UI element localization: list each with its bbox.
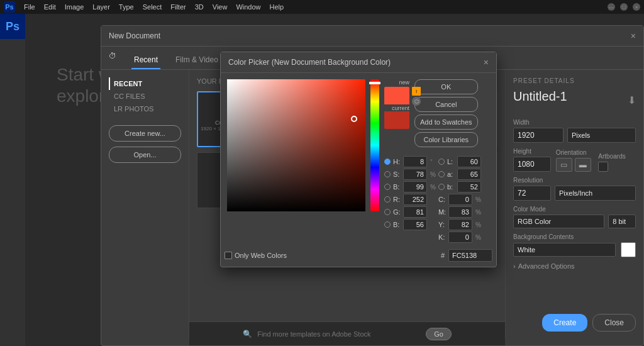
resolution-label: Resolution bbox=[513, 177, 636, 184]
maximize-button[interactable]: □ bbox=[620, 3, 628, 11]
create-new-button[interactable]: Create new... bbox=[109, 125, 181, 142]
height-field-group: Height bbox=[513, 148, 551, 172]
hue-radio[interactable] bbox=[384, 159, 391, 165]
width-unit-select[interactable]: Pixels bbox=[567, 128, 636, 143]
resolution-input[interactable] bbox=[513, 186, 551, 201]
create-button[interactable]: Create bbox=[542, 314, 587, 332]
chevron-right-icon: › bbox=[513, 262, 516, 270]
hue-slider[interactable] bbox=[370, 79, 379, 211]
black-gradient bbox=[227, 79, 365, 211]
menu-help[interactable]: Help bbox=[270, 3, 284, 11]
web-safe-warning-icon[interactable]: ⬡ bbox=[412, 97, 421, 106]
color-picker-title: Color Picker (New Document Background Co… bbox=[228, 58, 391, 67]
blue-row: B: bbox=[384, 219, 436, 230]
a-label: a: bbox=[447, 170, 455, 178]
go-button[interactable]: Go bbox=[426, 328, 452, 340]
menu-layer[interactable]: Layer bbox=[92, 3, 110, 11]
minimize-button[interactable]: — bbox=[608, 3, 615, 11]
find-templates-input[interactable] bbox=[257, 330, 421, 338]
red-label: R: bbox=[393, 196, 401, 203]
new-document-close[interactable]: × bbox=[631, 31, 636, 41]
sidebar: RECENT CC FILES LR PHOTOS Create new... … bbox=[101, 70, 189, 339]
y-input[interactable] bbox=[448, 219, 472, 230]
green-radio[interactable] bbox=[384, 209, 391, 215]
green-row: G: bbox=[384, 206, 436, 218]
window-controls: — □ × bbox=[608, 3, 640, 11]
tab-recent[interactable]: Recent bbox=[131, 52, 160, 69]
sidebar-section-nav: RECENT CC FILES LR PHOTOS bbox=[109, 77, 181, 115]
tab-film-video[interactable]: Film & Video bbox=[173, 52, 221, 69]
color-depth-select[interactable]: 8 bit bbox=[608, 215, 636, 228]
preset-label: PRESET DETAILS bbox=[513, 77, 636, 84]
artboards-checkbox[interactable] bbox=[598, 162, 608, 172]
hue-input[interactable] bbox=[403, 156, 427, 167]
color-picker-buttons: OK Cancel Add to Swatches Color Librarie… bbox=[414, 79, 478, 147]
brightness-radio[interactable] bbox=[384, 184, 391, 190]
red-input[interactable] bbox=[403, 194, 427, 205]
resolution-unit-select[interactable]: Pixels/Inch bbox=[555, 186, 636, 201]
find-templates-bar: 🔍 Go bbox=[189, 321, 505, 345]
only-web-colors-checkbox[interactable] bbox=[225, 252, 232, 259]
k-pct: % bbox=[475, 234, 481, 241]
menu-3d[interactable]: 3D bbox=[195, 3, 204, 11]
open-button[interactable]: Open... bbox=[109, 147, 181, 163]
hsb-column: H: ° S: % bbox=[384, 156, 436, 243]
sidebar-item-cc-files[interactable]: CC FILES bbox=[109, 90, 181, 103]
ps-logo: Ps bbox=[0, 14, 25, 39]
blue-radio[interactable] bbox=[384, 221, 391, 228]
b-lab-row: b: bbox=[438, 181, 481, 193]
new-document-header: New Document × bbox=[101, 26, 643, 47]
portrait-button[interactable]: ▭ bbox=[556, 158, 572, 172]
bg-color-swatch[interactable] bbox=[621, 242, 636, 257]
k-input[interactable] bbox=[448, 232, 472, 243]
color-picker-close[interactable]: × bbox=[484, 57, 489, 67]
saturation-cursor bbox=[351, 116, 357, 122]
sidebar-item-lr-photos[interactable]: LR PHOTOS bbox=[109, 103, 181, 115]
blue-input[interactable] bbox=[403, 219, 427, 230]
advanced-options-toggle[interactable]: › Advanced Options bbox=[513, 262, 636, 270]
l-input[interactable] bbox=[457, 156, 481, 167]
b-lab-label: b: bbox=[447, 183, 455, 191]
b-lab-radio[interactable] bbox=[438, 184, 445, 190]
saturation-field[interactable] bbox=[227, 79, 365, 211]
menu-image[interactable]: Image bbox=[65, 3, 84, 11]
cancel-button[interactable]: Cancel bbox=[414, 97, 478, 112]
height-input[interactable] bbox=[513, 157, 551, 172]
menu-view[interactable]: View bbox=[213, 3, 228, 11]
color-mode-select[interactable]: RGB Color bbox=[513, 215, 604, 228]
menu-file[interactable]: File bbox=[24, 3, 35, 11]
out-of-gamut-warning-icon[interactable]: ! bbox=[412, 87, 421, 96]
m-pct: % bbox=[475, 209, 481, 216]
close-window-button[interactable]: × bbox=[633, 3, 640, 11]
save-preset-icon[interactable]: ⬇ bbox=[628, 94, 636, 106]
sidebar-item-recent[interactable]: RECENT bbox=[109, 77, 181, 90]
a-input[interactable] bbox=[457, 169, 481, 180]
menu-select[interactable]: Select bbox=[143, 3, 162, 11]
red-radio[interactable] bbox=[384, 196, 391, 203]
menu-type[interactable]: Type bbox=[119, 3, 134, 11]
width-input[interactable] bbox=[513, 128, 564, 143]
green-input[interactable] bbox=[403, 206, 427, 218]
close-button[interactable]: Close bbox=[592, 314, 636, 332]
color-libraries-button[interactable]: Color Libraries bbox=[414, 132, 478, 147]
hex-input[interactable] bbox=[448, 249, 492, 262]
menu-window[interactable]: Window bbox=[236, 3, 260, 11]
landscape-button[interactable]: ▬ bbox=[575, 158, 591, 172]
brightness-row: B: % bbox=[384, 181, 436, 193]
c-input[interactable] bbox=[448, 194, 472, 205]
ok-button[interactable]: OK bbox=[414, 79, 478, 94]
saturation-radio[interactable] bbox=[384, 171, 391, 177]
saturation-lightness-picker[interactable] bbox=[227, 79, 365, 211]
l-radio[interactable] bbox=[438, 159, 445, 165]
menu-edit[interactable]: Edit bbox=[44, 3, 56, 11]
b-lab-input[interactable] bbox=[457, 181, 481, 193]
m-input[interactable] bbox=[448, 206, 472, 218]
a-radio[interactable] bbox=[438, 171, 445, 177]
k-label: K: bbox=[438, 233, 446, 241]
add-to-swatches-button[interactable]: Add to Swatches bbox=[414, 114, 478, 130]
saturation-input[interactable] bbox=[403, 169, 427, 180]
orientation-label: Orientation bbox=[556, 149, 594, 156]
bg-contents-select[interactable]: White bbox=[513, 243, 616, 257]
menu-filter[interactable]: Filter bbox=[170, 3, 186, 11]
brightness-input[interactable] bbox=[403, 181, 427, 193]
